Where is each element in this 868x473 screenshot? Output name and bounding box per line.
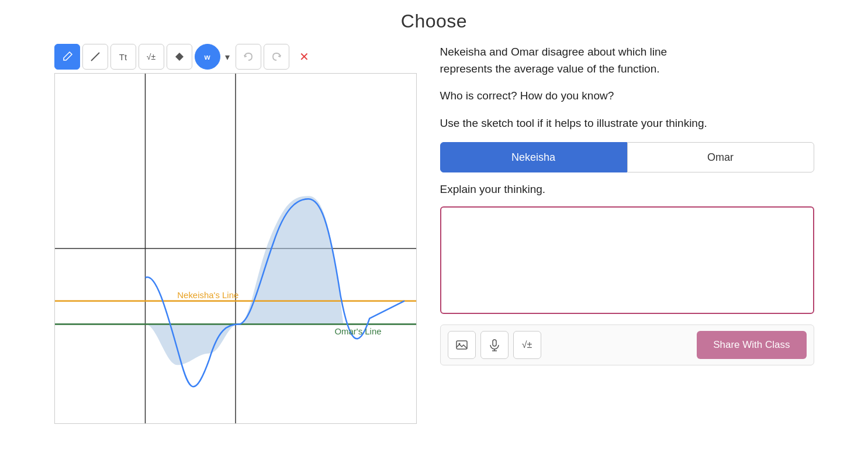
choice-omar[interactable]: Omar: [627, 142, 814, 172]
toolbar: Tt √± w ▾: [54, 44, 417, 70]
explain-textarea-wrapper: [440, 206, 814, 314]
pencil-tool[interactable]: [54, 44, 80, 70]
share-with-class-button[interactable]: Share With Class: [697, 331, 806, 359]
svg-rect-10: [457, 341, 467, 349]
bottom-bar: √± Share With Class: [440, 324, 814, 365]
question-text: Nekeisha and Omar disagree about which l…: [440, 44, 814, 77]
image-icon-button[interactable]: [448, 331, 476, 359]
color-tool[interactable]: w: [195, 44, 220, 70]
explain-textarea[interactable]: [446, 212, 808, 306]
formula-icon-button[interactable]: √±: [513, 331, 541, 359]
svg-marker-1: [175, 53, 184, 61]
redo-tool[interactable]: [264, 44, 289, 70]
mic-icon-button[interactable]: [480, 331, 509, 359]
text-tool[interactable]: Tt: [110, 44, 136, 70]
hint-text: Use the sketch tool if it helps to illus…: [440, 115, 814, 132]
color-group[interactable]: w ▾: [195, 44, 233, 70]
close-tool[interactable]: ✕: [292, 44, 317, 70]
sketch-canvas[interactable]: Nekeisha's Line Omar's Line: [54, 73, 417, 424]
formula-tool[interactable]: √±: [139, 44, 164, 70]
svg-rect-12: [493, 340, 496, 346]
undo-tool[interactable]: [236, 44, 261, 70]
line-tool[interactable]: [82, 44, 108, 70]
color-dropdown[interactable]: ▾: [222, 44, 233, 70]
svg-text:Omar's Line: Omar's Line: [334, 327, 381, 337]
right-panel: Nekeisha and Omar disagree about which l…: [440, 44, 814, 365]
sub-question: Who is correct? How do you know?: [440, 88, 814, 105]
page-title: Choose: [401, 11, 467, 32]
svg-line-0: [91, 53, 99, 61]
svg-text:Nekeisha's Line: Nekeisha's Line: [177, 290, 238, 300]
choice-nekeisha[interactable]: Nekeisha: [440, 142, 627, 172]
left-panel: Tt √± w ▾: [54, 44, 417, 424]
eraser-tool[interactable]: [167, 44, 192, 70]
choice-buttons: Nekeisha Omar: [440, 142, 814, 172]
explain-label: Explain your thinking.: [440, 183, 814, 196]
